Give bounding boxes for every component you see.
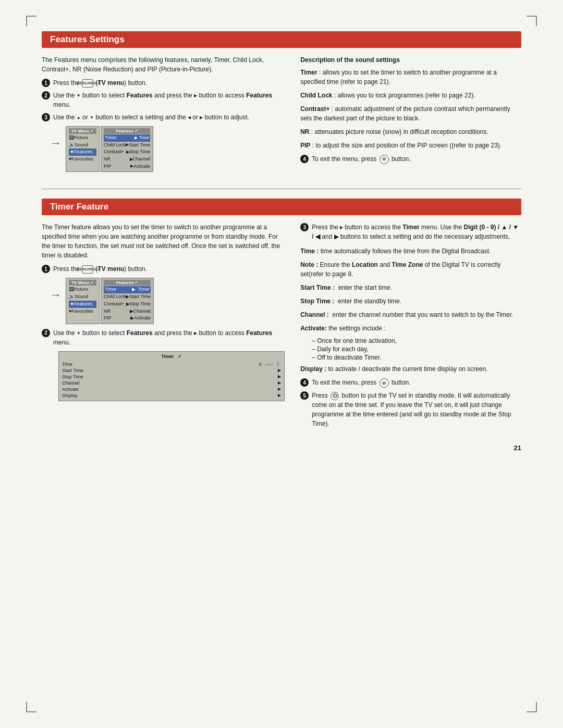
features-settings-section: Features Settings The Features menu comp…: [42, 31, 521, 176]
screen-nav-favourites: ♥ Favourites: [69, 156, 96, 163]
screen-nav-sound: 🔊 Sound: [69, 142, 96, 149]
corner-tl: [26, 16, 36, 26]
timer-step4-content: To exit the menu, press ⊕ button.: [312, 378, 521, 388]
sound-icon: 🔊: [69, 142, 75, 149]
timer-nav-picture: 🖼 Picture: [69, 286, 96, 293]
timer-nav-features: ★ Features: [69, 301, 96, 308]
childlock-desc: Child Lock : allows you to lock programm…: [300, 91, 521, 100]
activate-arrow: ▶: [278, 387, 281, 391]
step3-content: Use the ▲ or ▼ button to select a settin…: [53, 113, 285, 122]
channel-label: Channel: [62, 380, 276, 386]
features-step3: 3 Use the ▲ or ▼ button to select a sett…: [42, 113, 285, 122]
timer-step1-content: Press the MENU (TV menu) button.: [53, 264, 285, 274]
timer-row-timer: Timer ▶ Timer: [104, 286, 151, 293]
time-value: 0 --:-- ☾: [259, 362, 282, 367]
screen-left-panel: TV Menu ✓ 🖼 Picture 🔊 Sound ★ Features: [66, 126, 100, 172]
corner-tr: [527, 16, 537, 26]
timer-channel-row: Channel ▶: [62, 380, 281, 386]
screen-nr-row: NR ▶ Channel: [104, 156, 150, 163]
timer-step2-num: 2: [42, 329, 50, 337]
activate-list: Once for one time activation, Daily for …: [312, 337, 521, 361]
screen-nav-features: ★ Features: [69, 149, 96, 156]
pip-arrow: ▶: [130, 164, 133, 169]
step2-num: 2: [42, 91, 50, 100]
timer-arrow: ▶: [134, 135, 138, 141]
timer-left-col: The Timer feature allows you to set the …: [42, 223, 285, 431]
features-left-col: The Features menu comprises the followin…: [42, 55, 285, 176]
activate-label: Activate: [62, 387, 276, 392]
channel-desc: Channel : enter the channel number that …: [300, 310, 521, 319]
timer-step2: 2 Use the ▼ button to select Features an…: [42, 328, 285, 347]
activate-item3: Off to deactivate Timer.: [312, 354, 521, 361]
timer-menu-icon: MENU: [82, 265, 93, 274]
timer-row-childlock: Child Lock ▶ Start Time: [104, 293, 151, 301]
time-label: Time: [62, 362, 259, 367]
childlock-arrow: ▶: [126, 142, 129, 147]
step4-content: To exit the menu, press ⊕ button.: [312, 154, 521, 164]
features-screen: TV Menu ✓ 🖼 Picture 🔊 Sound ★ Features: [66, 126, 153, 172]
start-time-desc: Start Time : enter the start time.: [300, 283, 521, 292]
features-nav-icon: ★: [70, 149, 74, 155]
timer-step2-content: Use the ▼ button to select Features and …: [53, 328, 285, 347]
features-step4: 4 To exit the menu, press ⊕ button.: [300, 154, 521, 164]
display-label: Display: [62, 393, 276, 398]
favourites-icon: ♥: [69, 156, 71, 163]
channel-arrow: ▶: [278, 380, 281, 385]
features-step2: 2 Use the ▼ button to select Features an…: [42, 91, 285, 109]
timer-activate-row: Activate ▶: [62, 386, 281, 392]
timer-detail-title: Timer ✓: [62, 354, 281, 359]
page-number: 21: [42, 444, 521, 452]
screen-timer-row: Timer ▶ Time: [104, 134, 150, 142]
screen-pip-row: PIP ▶ Activate: [104, 163, 150, 170]
features-step1: 1 Press the MENU (TV menu) button.: [42, 78, 285, 88]
timer-step1: 1 Press the MENU (TV menu) button.: [42, 264, 285, 274]
timer-screen-wrapper2: Timer ✓ Time 0 --:-- ☾ Start Time ▶ Sto: [50, 351, 285, 401]
screen-contrast-row: Contrast+ ▶ Stop Time: [104, 149, 150, 156]
timer-starttime-row: Start Time ▶: [62, 367, 281, 374]
timer-desc: Timer : allows you to set the timer to s…: [300, 68, 521, 87]
starttime-label: Start Time: [62, 368, 276, 373]
screen-features-panel: Features ✓ Timer ▶ Time Child Lock ▶ Sta…: [101, 126, 153, 172]
picture-icon: 🖼: [69, 135, 74, 141]
timer-time-row: Time 0 --:-- ☾: [62, 361, 281, 367]
screen-childlock-row: Child Lock ▶ Start Time: [104, 142, 150, 149]
desc-title: Description of the sound settings: [300, 55, 521, 65]
screen-features-label: Features ✓: [104, 128, 150, 134]
timer-detail-panel: Timer ✓ Time 0 --:-- ☾ Start Time ▶ Sto: [58, 351, 285, 401]
timer-screen-container1: → TV Menu ✓ 🖼 Picture 🔊 Sound ★ Features…: [50, 278, 285, 324]
step3-num: 3: [42, 113, 50, 121]
power-icon: ⏻: [331, 392, 339, 400]
contrast-arrow: ▶: [126, 150, 129, 155]
timer-row-pip: PIP ▶ Activate: [104, 315, 151, 322]
display-arrow: ▶: [278, 393, 281, 398]
timer-screen-menu-label: TV Menu ✓: [69, 280, 96, 286]
timer-step5: 5 Press ⏻ button to put the TV set in st…: [300, 391, 521, 428]
features-arrow: →: [50, 137, 62, 150]
display-desc: Display : to activate / deactivate the c…: [300, 364, 521, 374]
timer-arrow1: →: [50, 288, 62, 302]
timer-display-row: Display ▶: [62, 392, 281, 399]
timer-screen-left: TV Menu ✓ 🖼 Picture 🔊 Sound ★ Features ♥…: [66, 278, 100, 324]
stoptime-label: Stop Time: [62, 374, 276, 379]
features-settings-title: Features Settings: [42, 31, 521, 48]
step1-num: 1: [42, 79, 50, 87]
timer-step3-content: Press the ▶ button to access the Timer m…: [312, 223, 521, 241]
timer-features-label: Features ✓: [104, 280, 151, 286]
step2-content: Use the ▼ button to select Features and …: [53, 91, 285, 109]
starttime-arrow: ▶: [278, 368, 281, 373]
features-screen-container: → TV Menu ✓ 🖼 Picture 🔊 Sound: [50, 126, 285, 172]
timer-screen-wrapper1: → TV Menu ✓ 🖼 Picture 🔊 Sound ★ Features…: [50, 278, 285, 324]
timer-screen1: TV Menu ✓ 🖼 Picture 🔊 Sound ★ Features ♥…: [66, 278, 154, 324]
timer-intro: The Timer feature allows you to set the …: [42, 223, 285, 260]
timer-row-contrast: Contrast+ ▶ Stop Time: [104, 301, 151, 308]
timer-detail-screen: Timer ✓ Time 0 --:-- ☾ Start Time ▶ Sto: [58, 351, 285, 401]
activate-item1: Once for one time activation,: [312, 337, 521, 344]
timer-osd-icon: ⊕: [380, 378, 389, 388]
step1-content: Press the MENU (TV menu) button.: [53, 78, 285, 88]
page: Features Settings The Features menu comp…: [0, 0, 563, 728]
menu-icon: MENU: [82, 79, 93, 88]
timer-step1-num: 1: [42, 265, 50, 273]
timer-sub: Time: [139, 135, 149, 141]
timer-step4: 4 To exit the menu, press ⊕ button.: [300, 378, 521, 388]
screen-menu-label: TV Menu ✓: [69, 128, 96, 134]
